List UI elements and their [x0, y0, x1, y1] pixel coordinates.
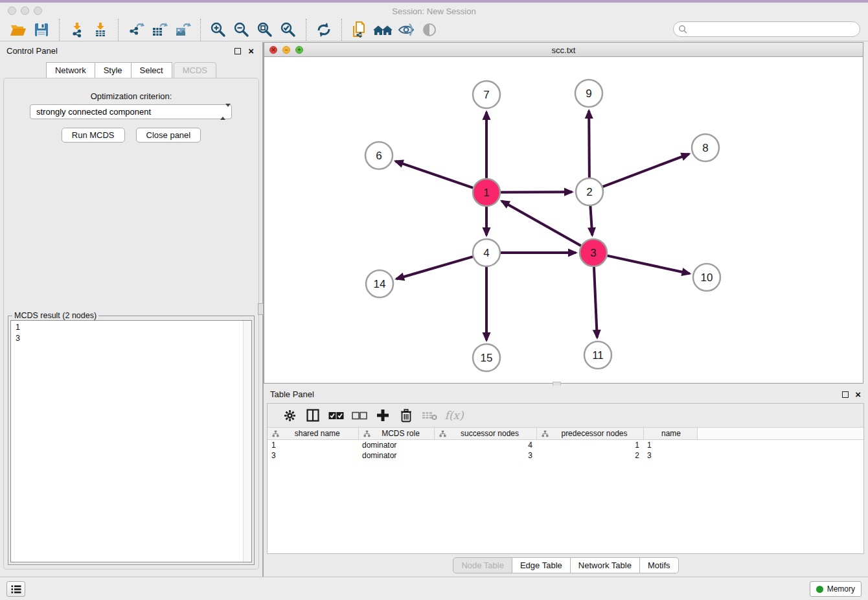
export-network-button[interactable]: [126, 20, 146, 40]
close-panel-button[interactable]: Close panel: [136, 128, 201, 143]
hide-graphics-details-button[interactable]: [396, 20, 416, 40]
close-panel-icon[interactable]: ×: [248, 45, 254, 56]
graph-edge-1-6[interactable]: [396, 161, 474, 188]
graph-node-14[interactable]: 14: [366, 270, 393, 297]
table-cell[interactable]: 1: [643, 440, 697, 450]
graph-node-8[interactable]: 8: [692, 134, 719, 161]
add-row-button[interactable]: [371, 406, 394, 425]
network-window-titlebar[interactable]: ✕ − + scc.txt: [264, 43, 863, 57]
show-graphics-details-button[interactable]: [420, 20, 439, 40]
tab-node-table[interactable]: Node Table: [453, 557, 512, 573]
save-session-button[interactable]: [32, 20, 51, 40]
graph-edge-3-11[interactable]: [594, 267, 597, 338]
hierarchy-icon: [363, 430, 371, 437]
table-row[interactable]: 1dominator411: [268, 440, 863, 450]
tab-edge-table[interactable]: Edge Table: [512, 557, 571, 573]
table-cell[interactable]: 1: [268, 440, 358, 450]
close-panel-icon[interactable]: ×: [855, 389, 861, 400]
import-table-button[interactable]: [91, 20, 110, 40]
splitter-handle[interactable]: [258, 303, 264, 315]
graph-node-9[interactable]: 9: [575, 80, 602, 107]
search-box[interactable]: [673, 21, 860, 37]
table-cell[interactable]: dominator: [358, 450, 434, 461]
graph-edge-2-3[interactable]: [590, 206, 592, 235]
application-window: Session: New Session: [0, 0, 868, 600]
graph-node-1[interactable]: 1: [473, 179, 500, 206]
tab-network-table[interactable]: Network Table: [571, 557, 640, 573]
table-cell[interactable]: dominator: [358, 440, 434, 450]
graph-edge-3-10[interactable]: [607, 256, 689, 274]
network-window-title: scc.txt: [264, 45, 863, 55]
delete-row-button[interactable]: [394, 406, 418, 425]
graph-node-7[interactable]: 7: [473, 81, 500, 108]
mcds-buttons: Run MCDS Close panel: [4, 128, 258, 143]
graph-node-2[interactable]: 2: [576, 178, 603, 205]
graph-node-3[interactable]: 3: [580, 239, 607, 266]
table-cell[interactable]: 3: [643, 450, 697, 461]
deselect-all-button[interactable]: [348, 406, 371, 425]
export-image-button[interactable]: [173, 20, 192, 40]
duplicate-network-button[interactable]: [350, 20, 369, 40]
table-cell[interactable]: 1: [536, 440, 643, 450]
table-row[interactable]: 3dominator323: [268, 450, 863, 461]
graph-edge-4-14[interactable]: [396, 257, 473, 279]
network-canvas[interactable]: 7968124314101511: [264, 57, 863, 383]
run-mcds-button[interactable]: Run MCDS: [62, 128, 125, 143]
open-folder-icon: [10, 22, 27, 38]
column-header-predecessor-nodes[interactable]: predecessor nodes: [536, 428, 643, 440]
svg-text:15: 15: [481, 352, 493, 364]
search-input[interactable]: [691, 23, 860, 35]
graph-node-6[interactable]: 6: [365, 142, 393, 169]
import-network-button[interactable]: [67, 20, 87, 40]
column-header-mcds-role[interactable]: MCDS role: [358, 428, 434, 440]
tab-motifs[interactable]: Motifs: [640, 557, 679, 573]
memory-status-icon: [816, 586, 823, 593]
mcds-result-title: MCDS result (2 nodes): [12, 311, 98, 320]
table-panel-title: Table Panel: [270, 389, 314, 399]
criterion-dropdown[interactable]: strongly connected component: [30, 104, 232, 119]
delete-table-button[interactable]: [418, 406, 441, 425]
show-columns-button[interactable]: [301, 406, 325, 425]
graph-edge-2-8[interactable]: [603, 154, 689, 187]
graph-node-11[interactable]: 11: [584, 341, 611, 369]
first-neighbors-button[interactable]: [373, 20, 393, 40]
zoom-out-button[interactable]: [232, 20, 251, 40]
select-all-button[interactable]: [325, 406, 348, 425]
graph-node-15[interactable]: 15: [473, 344, 500, 371]
tab-mcds[interactable]: MCDS: [174, 62, 216, 78]
network-graph[interactable]: 7968124314101511: [264, 57, 863, 383]
list-icon: [11, 585, 21, 594]
memory-button[interactable]: Memory: [810, 581, 862, 597]
graph-edge-3-1[interactable]: [502, 201, 581, 246]
column-header-name[interactable]: name: [643, 428, 697, 440]
zoom-selected-button[interactable]: [279, 20, 298, 40]
result-scrollbar[interactable]: [243, 321, 251, 562]
zoom-in-button[interactable]: [209, 20, 228, 40]
table-settings-button[interactable]: [278, 406, 301, 425]
mcds-result-box[interactable]: 1 3: [10, 320, 252, 562]
graph-node-4[interactable]: 4: [473, 239, 500, 266]
open-file-button[interactable]: [8, 20, 28, 40]
refresh-icon: [315, 21, 332, 38]
apply-function-button[interactable]: f(x): [441, 406, 464, 425]
export-table-button[interactable]: [150, 20, 169, 40]
apply-layout-button[interactable]: [314, 20, 334, 40]
tab-network[interactable]: Network: [46, 62, 95, 78]
task-history-button[interactable]: [6, 581, 25, 597]
graph-edge-2-9[interactable]: [589, 111, 589, 178]
table-cell[interactable]: 3: [434, 450, 536, 461]
graph-edge-1-2[interactable]: [501, 192, 572, 192]
column-header-successor-nodes[interactable]: successor nodes: [434, 428, 536, 440]
table-cell[interactable]: 4: [434, 440, 536, 450]
row-filler: [697, 440, 863, 450]
tab-style[interactable]: Style: [95, 62, 131, 78]
tab-select[interactable]: Select: [131, 62, 172, 78]
table-cell[interactable]: 2: [536, 450, 643, 461]
zoom-fit-button[interactable]: [255, 20, 275, 40]
column-header-shared-name[interactable]: shared name: [268, 428, 358, 440]
table-cell[interactable]: 3: [268, 450, 358, 461]
titlebar[interactable]: Session: New Session: [0, 3, 868, 18]
float-panel-icon[interactable]: [234, 48, 241, 54]
float-panel-icon[interactable]: [842, 391, 849, 398]
graph-node-10[interactable]: 10: [693, 264, 720, 291]
